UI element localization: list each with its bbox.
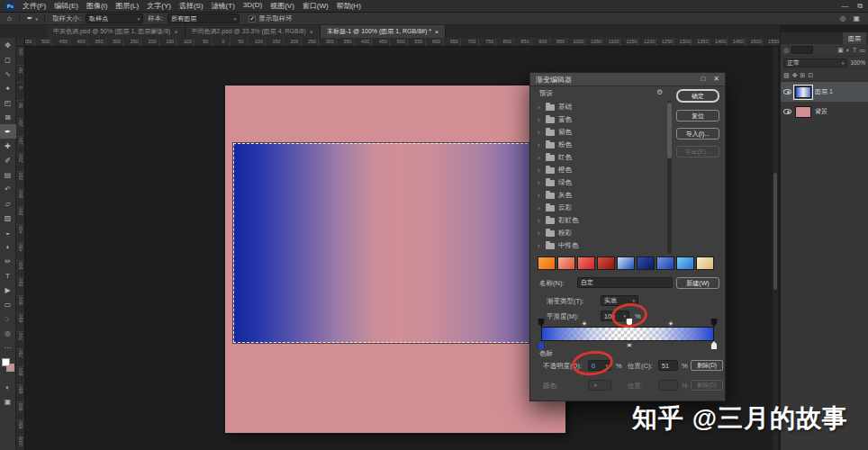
color-stop[interactable] [538, 341, 545, 349]
preset-folder-row[interactable]: ›粉彩 [538, 227, 665, 239]
reset-button[interactable]: 复位 [676, 110, 719, 122]
edit-toolbar-button[interactable]: ⋯ [0, 340, 16, 355]
dark-red-gradient[interactable] [597, 256, 615, 270]
preset-folder-row[interactable]: ›粉色 [538, 139, 665, 151]
layer-opacity-value[interactable]: 100% [850, 59, 865, 66]
orange-gradient[interactable] [538, 256, 556, 270]
chevron-right-icon[interactable]: › [538, 242, 542, 250]
chevron-right-icon[interactable]: › [538, 166, 542, 175]
scrollbar-thumb[interactable] [773, 173, 777, 290]
new-button[interactable]: 新建(W) [676, 277, 719, 289]
tab-close-icon[interactable]: × [435, 29, 439, 35]
opacity-midpoint-marker[interactable] [667, 320, 674, 327]
dodge-tool[interactable]: ◖ [0, 239, 16, 254]
shape-layer-filter-icon[interactable]: ▭ [859, 47, 865, 54]
document-tab[interactable]: 中间色调2.psd @ 33.3% (图层 4, RGB/8)× [185, 25, 321, 38]
chevron-right-icon[interactable]: › [538, 204, 542, 212]
navy-gradient[interactable] [637, 256, 655, 270]
menu-item[interactable]: 选择(S) [179, 1, 203, 11]
name-input[interactable]: 自定 [577, 277, 673, 288]
lock-transparent-icon[interactable]: ▨ [783, 72, 790, 79]
blue-gradient[interactable] [656, 256, 674, 270]
menu-item[interactable]: 文件(F) [23, 1, 46, 11]
preset-folder-row[interactable]: ›云彩 [538, 202, 665, 214]
eraser-tool[interactable]: ▱ [0, 196, 16, 211]
eyedropper-tool-icon[interactable]: ✒ [27, 14, 33, 22]
layer-thumbnail[interactable] [795, 86, 811, 98]
dialog-maximize-button[interactable]: □ [701, 76, 705, 83]
workspace-switcher-icon[interactable]: ▣ [853, 14, 860, 22]
show-sampling-ring-checkbox[interactable]: ✓ [249, 15, 256, 22]
shape-tool[interactable]: ▭ [0, 297, 16, 311]
layer-row[interactable]: 背景 [781, 102, 868, 122]
preset-folder-row[interactable]: ›灰色 [538, 189, 665, 202]
opacity-midpoint-marker[interactable] [581, 320, 587, 327]
pixel-layer-filter-icon[interactable]: ▣ [837, 47, 844, 54]
preset-folder-row[interactable]: ›彩虹色 [538, 214, 665, 227]
sample-size-select[interactable]: 取样点 ▾ [86, 14, 143, 23]
preset-folder-row[interactable]: ›基础 [538, 101, 665, 113]
zoom-tool[interactable]: ◎ [0, 326, 16, 340]
import-button[interactable]: 导入(I)... [676, 128, 719, 140]
quick-selection-tool[interactable]: ✦ [0, 81, 16, 95]
gear-icon[interactable]: ⚙ [656, 88, 663, 96]
menu-item[interactable]: 3D(D) [243, 1, 262, 11]
dialog-titlebar[interactable]: 渐变编辑器 □ ✕ [530, 73, 725, 86]
type-layer-filter-icon[interactable]: T [853, 47, 856, 54]
preset-folder-row[interactable]: ›中性色 [538, 239, 665, 252]
type-tool[interactable]: T [0, 268, 16, 283]
preset-folder-row[interactable]: ›紫色 [538, 126, 665, 139]
preset-folder-row[interactable]: ›橙色 [538, 164, 665, 176]
chevron-right-icon[interactable]: › [538, 154, 542, 162]
gradient-preview-bar[interactable] [541, 327, 714, 341]
eyedropper-tool[interactable]: ✒ [0, 124, 16, 139]
color-midpoint-marker[interactable] [627, 343, 631, 347]
preset-list-scrollbar[interactable] [667, 101, 672, 254]
eye-icon[interactable] [783, 89, 791, 94]
chevron-right-icon[interactable]: › [538, 230, 542, 238]
tab-close-icon[interactable]: × [174, 29, 177, 35]
ok-button[interactable]: 确定 [676, 89, 719, 103]
layers-panel-tab[interactable]: 图层 [843, 32, 866, 44]
hand-tool[interactable]: ☞ [0, 311, 16, 326]
home-icon[interactable]: ⌂ [7, 14, 12, 22]
dialog-close-button[interactable]: ✕ [713, 76, 719, 83]
menu-item[interactable]: 图层(L) [115, 1, 139, 11]
layer-thumbnail[interactable] [795, 106, 811, 118]
preset-folder-row[interactable]: ›绿色 [538, 176, 665, 189]
menu-item[interactable]: 文字(Y) [147, 1, 171, 11]
menu-item[interactable]: 图像(I) [86, 1, 108, 11]
delete-stop-button[interactable]: 删除(D) [691, 360, 723, 371]
pen-tool[interactable]: ✏ [0, 254, 16, 268]
opacity-stop[interactable] [711, 319, 718, 327]
salmon-gradient[interactable] [557, 256, 575, 270]
healing-brush-tool[interactable]: ✚ [0, 139, 16, 153]
history-brush-tool[interactable]: ↶ [0, 182, 16, 196]
lock-position-icon[interactable]: ⊞ [800, 72, 806, 79]
crop-tool[interactable]: ◰ [0, 95, 16, 110]
adjustment-layer-filter-icon[interactable]: ◐ [846, 47, 850, 54]
lock-pixels-icon[interactable]: ✥ [792, 72, 798, 79]
blur-tool[interactable]: ◒ [0, 225, 16, 239]
brush-tool[interactable]: ✐ [0, 153, 16, 167]
quick-mask-button[interactable]: ◐ [0, 380, 16, 394]
light-blue-gradient[interactable] [617, 256, 635, 270]
chevron-right-icon[interactable]: › [538, 141, 542, 149]
color-stop[interactable] [711, 341, 718, 349]
frame-tool[interactable]: ⊠ [0, 110, 16, 124]
red-gradient[interactable] [577, 256, 595, 270]
preset-folder-row[interactable]: ›蓝色 [538, 113, 665, 126]
tab-close-icon[interactable]: × [310, 29, 313, 35]
path-selection-tool[interactable]: ▶ [0, 283, 16, 297]
canvas-document[interactable] [225, 86, 565, 433]
menu-item[interactable]: 帮助(H) [337, 1, 361, 11]
chevron-right-icon[interactable]: › [538, 104, 542, 112]
eye-icon[interactable] [783, 109, 791, 114]
search-icon[interactable]: ◎ [783, 47, 789, 54]
chevron-right-icon[interactable]: › [538, 129, 542, 137]
chevron-right-icon[interactable]: › [538, 116, 542, 124]
minimize-icon[interactable]: — [841, 2, 848, 11]
menu-item[interactable]: 视图(V) [270, 1, 294, 11]
chevron-right-icon[interactable]: › [538, 179, 542, 187]
preset-folder-row[interactable]: ›红色 [538, 151, 665, 164]
